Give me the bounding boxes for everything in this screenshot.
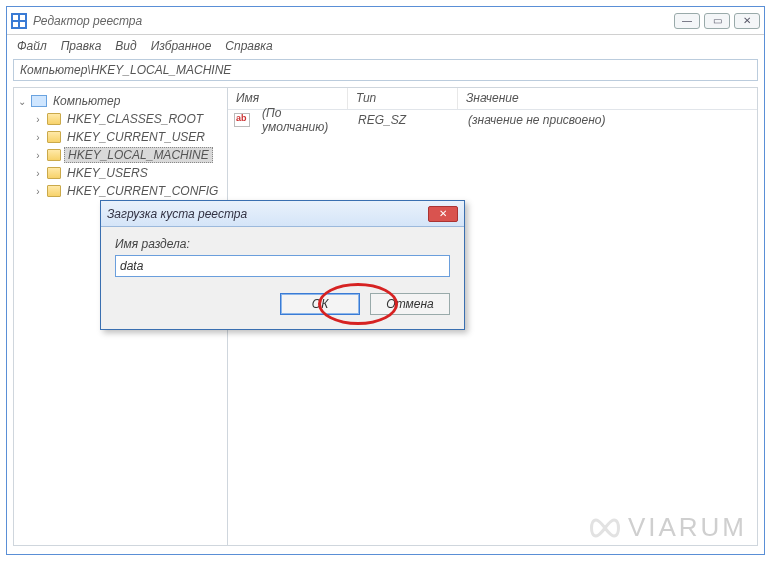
tree-item-label: HKEY_LOCAL_MACHINE — [64, 147, 213, 163]
dialog-titlebar: Загрузка куста реестра ✕ — [101, 201, 464, 227]
col-type[interactable]: Тип — [348, 88, 458, 109]
ok-button[interactable]: ОК — [280, 293, 360, 315]
menu-file[interactable]: Файл — [17, 39, 47, 53]
folder-icon — [47, 167, 61, 179]
menubar: Файл Правка Вид Избранное Справка — [7, 35, 764, 57]
tree-item-label: HKEY_CURRENT_USER — [64, 130, 208, 144]
computer-icon — [31, 95, 47, 107]
menu-favorites[interactable]: Избранное — [151, 39, 212, 53]
expand-icon[interactable] — [32, 149, 44, 161]
tree-item-selected[interactable]: HKEY_LOCAL_MACHINE — [16, 146, 225, 164]
cell-value: (значение не присвоено) — [460, 110, 757, 130]
menu-view[interactable]: Вид — [115, 39, 136, 53]
expand-icon[interactable] — [32, 113, 44, 125]
window-buttons: — ▭ ✕ — [674, 13, 760, 29]
tree-item[interactable]: HKEY_USERS — [16, 164, 225, 182]
close-button[interactable]: ✕ — [734, 13, 760, 29]
tree-item-label: HKEY_USERS — [64, 166, 151, 180]
window-title: Редактор реестра — [33, 14, 674, 28]
key-name-input[interactable] — [115, 255, 450, 277]
address-text: Компьютер\HKEY_LOCAL_MACHINE — [20, 63, 231, 77]
expand-icon[interactable] — [16, 95, 28, 107]
tree-item[interactable]: HKEY_CURRENT_USER — [16, 128, 225, 146]
list-row[interactable]: (По умолчанию) REG_SZ (значение не присв… — [228, 110, 757, 130]
expand-icon[interactable] — [32, 185, 44, 197]
menu-help[interactable]: Справка — [225, 39, 272, 53]
string-value-icon — [234, 113, 250, 127]
cell-type: REG_SZ — [350, 110, 460, 130]
dialog-field-label: Имя раздела: — [115, 237, 450, 251]
tree-item[interactable]: HKEY_CLASSES_ROOT — [16, 110, 225, 128]
folder-icon — [47, 131, 61, 143]
dialog-buttons: ОК Отмена — [115, 293, 450, 315]
expand-icon[interactable] — [32, 131, 44, 143]
address-bar[interactable]: Компьютер\HKEY_LOCAL_MACHINE — [13, 59, 758, 81]
tree-item-label: HKEY_CURRENT_CONFIG — [64, 184, 221, 198]
tree-root-label: Компьютер — [50, 94, 123, 108]
folder-icon — [47, 149, 61, 161]
folder-icon — [47, 113, 61, 125]
tree-item[interactable]: HKEY_CURRENT_CONFIG — [16, 182, 225, 200]
maximize-button[interactable]: ▭ — [704, 13, 730, 29]
cell-name: (По умолчанию) — [254, 103, 350, 137]
app-icon — [11, 13, 27, 29]
cancel-button[interactable]: Отмена — [370, 293, 450, 315]
tree-item-label: HKEY_CLASSES_ROOT — [64, 112, 206, 126]
dialog-close-button[interactable]: ✕ — [428, 206, 458, 222]
dialog-title: Загрузка куста реестра — [107, 207, 428, 221]
load-hive-dialog: Загрузка куста реестра ✕ Имя раздела: ОК… — [100, 200, 465, 330]
minimize-button[interactable]: — — [674, 13, 700, 29]
expand-icon[interactable] — [32, 167, 44, 179]
folder-icon — [47, 185, 61, 197]
col-value[interactable]: Значение — [458, 88, 757, 109]
dialog-body: Имя раздела: ОК Отмена — [101, 227, 464, 329]
tree-root[interactable]: Компьютер — [16, 92, 225, 110]
titlebar: Редактор реестра — ▭ ✕ — [7, 7, 764, 35]
menu-edit[interactable]: Правка — [61, 39, 102, 53]
